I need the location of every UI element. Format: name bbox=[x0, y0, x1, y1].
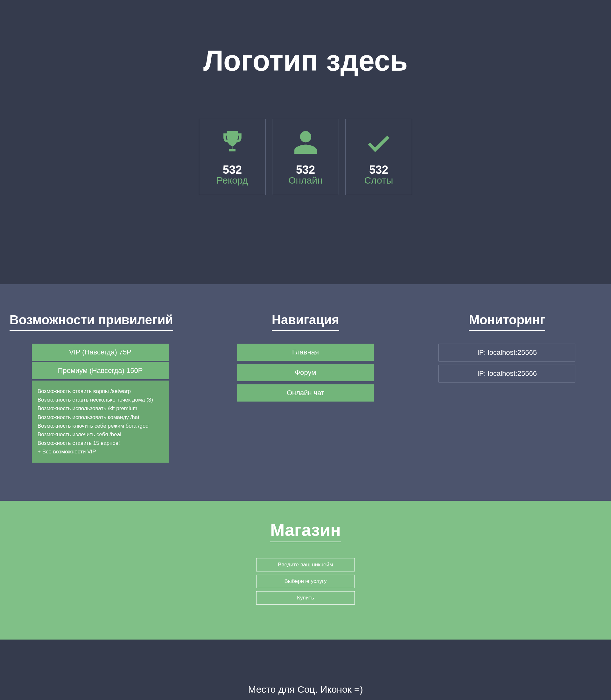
social-placeholder: Место для Соц. Иконок =) bbox=[0, 684, 611, 695]
stat-number: 532 bbox=[369, 163, 388, 177]
footer: Место для Соц. Иконок =) © 2015 NoName В… bbox=[0, 640, 611, 700]
server-item[interactable]: IP: localhost:25565 bbox=[438, 344, 575, 361]
stat-label: Рекорд bbox=[217, 175, 248, 186]
feature-line: Возможность ставить 15 варпов! bbox=[38, 439, 163, 447]
middle-section: Возможности привилегий VIP (Навсегда) 75… bbox=[0, 284, 611, 501]
stat-label: Слоты bbox=[364, 175, 393, 186]
stat-record: 532 Рекорд bbox=[199, 119, 266, 195]
feature-line: Возможность излечить себя /heal bbox=[38, 430, 163, 439]
privileges-column: Возможности привилегий VIP (Навсегда) 75… bbox=[10, 313, 198, 463]
trophy-icon bbox=[218, 128, 247, 157]
stat-label: Онлайн bbox=[288, 175, 322, 186]
nickname-input[interactable] bbox=[256, 558, 355, 571]
nav-home[interactable]: Главная bbox=[237, 344, 374, 361]
navigation-column: Навигация Главная Форум Онлайн чат bbox=[211, 313, 400, 463]
feature-line: Возможность использовать команду /hat bbox=[38, 413, 163, 421]
monitoring-title: Мониторинг bbox=[469, 313, 545, 331]
server-item[interactable]: IP: localhost:25566 bbox=[438, 364, 575, 383]
privileges-title: Возможности привилегий bbox=[10, 313, 173, 331]
stat-slots: 532 Слоты bbox=[345, 119, 412, 195]
hero-section: Логотип здесь 532 Рекорд 532 Онлайн 532 … bbox=[0, 0, 611, 284]
feature-line: + Все возможности VIP bbox=[38, 447, 163, 456]
nav-forum[interactable]: Форум bbox=[237, 364, 374, 381]
stat-online: 532 Онлайн bbox=[272, 119, 339, 195]
stat-number: 532 bbox=[223, 163, 242, 177]
monitoring-list: IP: localhost:25565 IP: localhost:25566 bbox=[413, 344, 601, 383]
user-icon bbox=[291, 128, 320, 157]
nav-buttons: Главная Форум Онлайн чат bbox=[211, 344, 400, 402]
privilege-tab-premium[interactable]: Премиум (Навсегда) 150Р bbox=[32, 362, 169, 379]
shop-title: Магазин bbox=[270, 520, 341, 542]
feature-line: Возможность использовать /kit premium bbox=[38, 404, 163, 413]
stats-row: 532 Рекорд 532 Онлайн 532 Слоты bbox=[0, 119, 611, 195]
nav-chat[interactable]: Онлайн чат bbox=[237, 384, 374, 402]
privilege-features: Возможность ставить варпы /setwarp Возмо… bbox=[32, 381, 169, 463]
buy-button[interactable]: Купить bbox=[256, 591, 355, 605]
stat-number: 532 bbox=[296, 163, 315, 177]
privilege-box: VIP (Навсегда) 75Р Премиум (Навсегда) 15… bbox=[32, 344, 169, 463]
navigation-title: Навигация bbox=[272, 313, 339, 331]
feature-line: Возможность ставить варпы /setwarp bbox=[38, 387, 163, 396]
logo-title: Логотип здесь bbox=[0, 45, 611, 77]
feature-line: Возможность ставть несколько точек дома … bbox=[38, 396, 163, 404]
check-icon bbox=[364, 128, 393, 157]
feature-line: Возможность ключить себе режим бога /god bbox=[38, 421, 163, 430]
shop-section: Магазин Купить bbox=[0, 501, 611, 640]
shop-form: Купить bbox=[0, 558, 611, 605]
privilege-tab-vip[interactable]: VIP (Навсегда) 75Р bbox=[32, 344, 169, 361]
monitoring-column: Мониторинг IP: localhost:25565 IP: local… bbox=[413, 313, 601, 463]
service-select[interactable] bbox=[256, 575, 355, 588]
